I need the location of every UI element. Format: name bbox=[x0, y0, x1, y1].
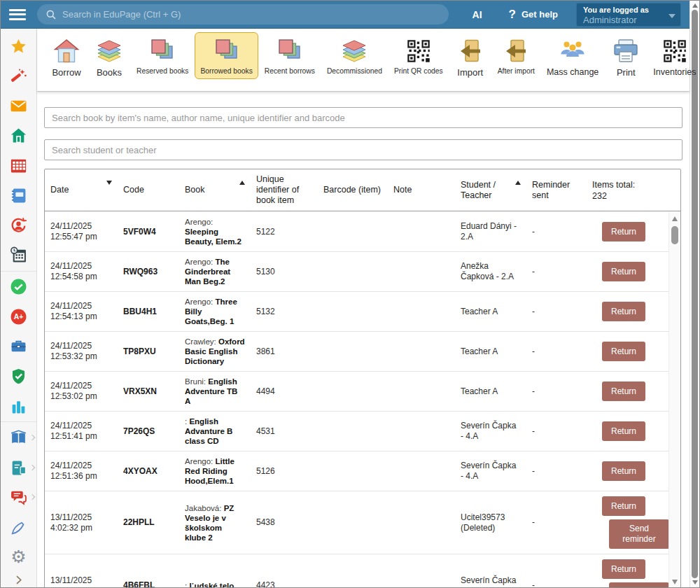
cell-actions: Return bbox=[587, 421, 668, 441]
cell-code: 4XYOAX bbox=[118, 466, 179, 477]
sidebar-divider bbox=[1, 271, 36, 272]
import-arrow-icon bbox=[500, 38, 531, 64]
cell-code: RWQ963 bbox=[118, 267, 179, 277]
cell-actions: Return bbox=[587, 382, 668, 401]
toolbar-item-inventories[interactable]: Inventories bbox=[648, 32, 700, 81]
toolbar-item-borrowed-books[interactable]: Borrowed books bbox=[195, 32, 258, 79]
column-header-student[interactable]: Student / Teacher bbox=[455, 177, 526, 204]
sidebar-grades-icon[interactable]: A+ bbox=[1, 302, 36, 332]
toolbar-item-print-qr-codes[interactable]: Print QR codes bbox=[388, 32, 449, 79]
sidebar-timetable-icon[interactable] bbox=[1, 150, 36, 181]
sidebar-star-icon[interactable] bbox=[1, 31, 36, 62]
table-scroll-down-icon[interactable] bbox=[672, 580, 678, 584]
get-help-button[interactable]: ? Get help bbox=[509, 8, 558, 22]
cell-date: 24/11/202512:55:47 pm bbox=[45, 221, 118, 242]
toolbar-item-label: After import bbox=[498, 67, 535, 75]
ai-button[interactable]: AI bbox=[472, 9, 482, 20]
column-header-date[interactable]: Date bbox=[45, 182, 118, 198]
sidebar-notebook-icon[interactable] bbox=[1, 181, 36, 211]
table-row: 24/11/202512:55:47 pm5VF0W4Arengo: Sleep… bbox=[45, 212, 668, 252]
toolbar-item-label: Borrowed books bbox=[200, 67, 252, 75]
import-arrow-icon bbox=[455, 38, 486, 64]
column-header-barcode[interactable]: Barcode (item) bbox=[318, 182, 388, 198]
cell-unique-identifier: 4494 bbox=[251, 386, 318, 397]
table-scrollbar[interactable] bbox=[668, 212, 680, 588]
table-scrollbar-thumb[interactable] bbox=[671, 226, 678, 244]
sidebar-open-book-icon[interactable] bbox=[1, 423, 36, 453]
toolbar-item-import[interactable]: Import bbox=[449, 32, 491, 82]
items-total-value: 232 bbox=[592, 191, 607, 201]
global-search[interactable] bbox=[37, 4, 449, 24]
sidebar-document-icon[interactable] bbox=[1, 453, 36, 483]
sidebar-pen-icon[interactable] bbox=[1, 512, 36, 542]
sidebar-chevron-right-icon[interactable] bbox=[1, 572, 36, 587]
cell-unique-identifier: 5132 bbox=[251, 307, 318, 317]
return-button[interactable]: Return bbox=[602, 461, 645, 481]
column-label: Date bbox=[50, 185, 69, 195]
column-label: Book bbox=[185, 185, 205, 195]
column-header-uid[interactable]: Unique identifier of book item bbox=[251, 172, 318, 209]
table-row: 24/11/202512:51:41 pm7P26QS: English Adv… bbox=[45, 412, 668, 451]
send-reminder-button[interactable]: Send reminder bbox=[609, 582, 668, 588]
return-button[interactable]: Return bbox=[602, 496, 645, 516]
column-header-book[interactable]: Book bbox=[179, 182, 251, 198]
sort-desc-icon bbox=[106, 181, 112, 185]
global-search-input[interactable] bbox=[62, 9, 440, 20]
book-copies-icon bbox=[211, 38, 242, 64]
sidebar-briefcase-icon[interactable] bbox=[1, 332, 36, 362]
toolbar-item-print[interactable]: Print bbox=[605, 32, 647, 82]
table-scroll-up-icon[interactable] bbox=[672, 216, 678, 221]
question-mark-icon: ? bbox=[509, 8, 516, 22]
toolbar-item-borrow[interactable]: Borrow bbox=[46, 32, 88, 82]
cell-reminder-sent: - bbox=[526, 426, 587, 437]
return-button[interactable]: Return bbox=[602, 421, 645, 441]
sidebar-schedule-clock-icon[interactable] bbox=[1, 240, 36, 270]
cell-reminder-sent: - bbox=[526, 267, 587, 277]
sidebar-check-circle-icon[interactable] bbox=[1, 272, 36, 302]
toolbar-item-after-import[interactable]: After import bbox=[492, 32, 540, 79]
toolbar-item-mass-change[interactable]: Mass change bbox=[541, 32, 604, 81]
book-stack-icon bbox=[94, 38, 125, 64]
send-reminder-button[interactable]: Send reminder bbox=[609, 519, 668, 549]
sidebar-envelope-icon[interactable] bbox=[1, 91, 36, 121]
student-teacher-search-input[interactable] bbox=[44, 139, 682, 160]
cell-student-teacher: Anežka Čapková - 2.A bbox=[455, 261, 526, 282]
return-button[interactable]: Return bbox=[602, 342, 645, 361]
return-button[interactable]: Return bbox=[602, 222, 645, 241]
cell-student-teacher: Severín Čapka - 4.A bbox=[455, 575, 526, 588]
column-label: Unique identifier of book item bbox=[256, 174, 312, 206]
book-search-input[interactable] bbox=[44, 107, 682, 128]
sidebar-house-icon[interactable] bbox=[1, 121, 36, 151]
sidebar-magic-wand-icon[interactable] bbox=[1, 62, 36, 92]
sidebar-chat-icon[interactable] bbox=[1, 482, 36, 512]
cell-reminder-sent: - bbox=[526, 346, 587, 357]
borrow-house-icon bbox=[51, 38, 82, 64]
scroll-down-icon[interactable] bbox=[692, 580, 698, 584]
toolbar-item-label: Reserved books bbox=[136, 67, 188, 75]
logged-user-dropdown[interactable]: You are logged as Administrator bbox=[576, 3, 681, 27]
return-button[interactable]: Return bbox=[602, 302, 645, 321]
column-header-note[interactable]: Note bbox=[388, 182, 455, 198]
cell-code: BBU4H1 bbox=[118, 307, 179, 317]
sidebar-gear-icon[interactable]: ⚙ bbox=[1, 542, 36, 573]
toolbar-item-books[interactable]: Books bbox=[88, 32, 130, 82]
sidebar-bar-chart-icon[interactable] bbox=[1, 391, 36, 421]
return-button[interactable]: Return bbox=[602, 262, 645, 281]
sidebar-person-sync-icon[interactable] bbox=[1, 210, 36, 240]
sidebar-shield-check-icon[interactable] bbox=[1, 361, 36, 391]
menu-icon[interactable] bbox=[9, 9, 26, 20]
cell-student-teacher: Teacher A bbox=[455, 346, 526, 357]
column-header-code[interactable]: Code bbox=[118, 182, 179, 198]
toolbar-item-reserved-books[interactable]: Reserved books bbox=[131, 32, 194, 79]
toolbar-item-recent-borrows[interactable]: Recent borrows bbox=[259, 32, 321, 79]
column-label: Code bbox=[123, 185, 144, 195]
scroll-up-icon[interactable] bbox=[692, 4, 698, 8]
return-button[interactable]: Return bbox=[602, 382, 645, 401]
cell-date: 24/11/202512:51:41 pm bbox=[45, 421, 118, 442]
return-button[interactable]: Return bbox=[602, 559, 645, 579]
toolbar-item-decommissioned[interactable]: Decommissioned bbox=[321, 32, 388, 79]
window-scrollbar[interactable] bbox=[690, 1, 699, 587]
cell-book: Arengo: Little Red Riding Hood,Elem.1 bbox=[179, 456, 251, 486]
window-scrollbar-thumb[interactable] bbox=[692, 10, 698, 578]
column-header-reminder[interactable]: Reminder sent bbox=[526, 177, 587, 204]
